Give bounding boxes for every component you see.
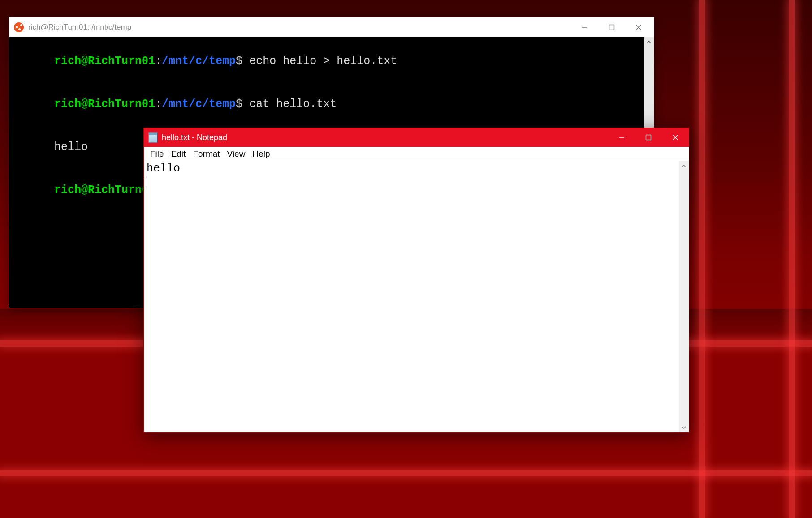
menu-format[interactable]: Format <box>190 148 222 160</box>
scroll-up-icon[interactable] <box>679 161 689 171</box>
notepad-icon <box>148 132 157 143</box>
terminal-output: hello <box>54 141 88 154</box>
svg-rect-1 <box>609 25 614 30</box>
terminal-titlebar[interactable]: rich@RichTurn01: /mnt/c/temp <box>9 17 654 37</box>
terminal-line: rich@RichTurn01:/mnt/c/temp$ echo hello … <box>14 40 654 83</box>
maximize-button[interactable] <box>635 128 662 147</box>
terminal-command: cat hello.txt <box>249 98 337 111</box>
text-caret <box>147 177 147 189</box>
close-button[interactable] <box>662 128 689 147</box>
ubuntu-icon <box>14 22 24 32</box>
prompt-path: /mnt/c/temp <box>162 55 236 68</box>
menu-view[interactable]: View <box>225 148 248 160</box>
minimize-button[interactable] <box>608 128 635 147</box>
scroll-up-icon[interactable] <box>644 37 654 47</box>
close-button[interactable] <box>625 18 652 36</box>
notepad-window[interactable]: hello.txt - Notepad File Edit Format Vie… <box>143 128 689 433</box>
notepad-scrollbar[interactable] <box>679 161 689 432</box>
prompt-user: rich@RichTurn01 <box>54 55 155 68</box>
scroll-down-icon[interactable] <box>679 423 689 432</box>
terminal-line: rich@RichTurn01:/mnt/c/temp$ cat hello.t… <box>14 83 654 126</box>
maximize-button[interactable] <box>598 18 625 36</box>
menu-edit[interactable]: Edit <box>168 148 189 160</box>
menu-file[interactable]: File <box>147 148 167 160</box>
terminal-command: echo hello > hello.txt <box>249 55 397 68</box>
notepad-content: hello <box>147 162 180 175</box>
svg-rect-5 <box>646 135 651 140</box>
menu-help[interactable]: Help <box>250 148 272 160</box>
notepad-menubar: File Edit Format View Help <box>144 147 689 161</box>
minimize-button[interactable] <box>571 18 598 36</box>
terminal-title: rich@RichTurn01: /mnt/c/temp <box>28 23 131 32</box>
prompt-dollar: $ <box>236 55 242 68</box>
notepad-title: hello.txt - Notepad <box>162 133 227 142</box>
notepad-editor[interactable]: hello <box>144 161 679 432</box>
notepad-titlebar[interactable]: hello.txt - Notepad <box>144 128 689 147</box>
